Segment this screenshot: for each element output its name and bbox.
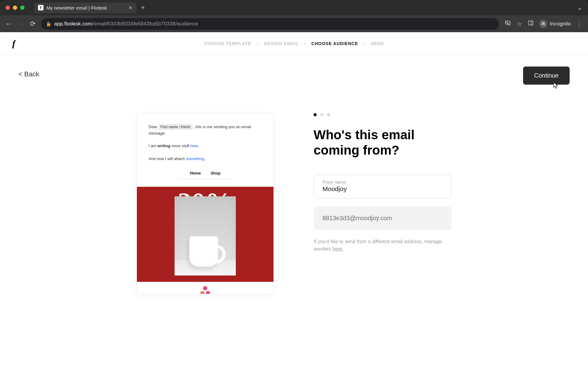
- svg-point-2: [542, 24, 543, 25]
- mug-icon: [189, 236, 218, 267]
- step-send[interactable]: SEND: [371, 41, 384, 46]
- preview-hero: 20% 30% 30%: [137, 187, 273, 282]
- preview-body: Dear First name / friend , this is me se…: [137, 113, 273, 167]
- browser-chrome: f My newsletter email | Flodesk ✕ + ⌄ ← …: [0, 0, 588, 32]
- window-controls: [6, 6, 24, 10]
- star-icon[interactable]: ☆: [517, 20, 522, 28]
- dot-3: [327, 113, 330, 116]
- svg-rect-0: [529, 21, 533, 25]
- preview-text: And now I will attach: [149, 156, 186, 161]
- page-body: < Back Continue Dear First name / friend…: [0, 55, 588, 294]
- sender-form: Who's this email coming from? From name …: [314, 113, 451, 294]
- preview-text-bold: writing: [157, 144, 171, 148]
- preview-nav-shop: Shop: [211, 171, 221, 175]
- email-preview: Dear First name / friend , this is me se…: [137, 113, 274, 294]
- step-design-email[interactable]: DESIGN EMAIL: [264, 41, 299, 46]
- tabs-dropdown-icon[interactable]: ⌄: [577, 4, 582, 12]
- eye-off-icon[interactable]: [504, 20, 511, 28]
- app: f CHOOSE TEMPLATE › DESIGN EMAIL › CHOOS…: [0, 32, 588, 368]
- sender-hint: If you'd like to send from a different e…: [314, 238, 451, 253]
- lock-icon: 🔒: [46, 21, 51, 26]
- flodesk-logo[interactable]: f: [12, 38, 15, 49]
- dot-2: [320, 113, 323, 116]
- new-tab-button[interactable]: +: [141, 4, 145, 12]
- url-path: /email/6343b9334fe5843ba5b70338/audience: [92, 21, 198, 27]
- from-name-field[interactable]: From name: [314, 175, 451, 198]
- incognito-badge[interactable]: Incognito: [539, 20, 571, 28]
- manage-senders-link[interactable]: here.: [332, 246, 343, 251]
- minimize-window-icon[interactable]: [13, 6, 17, 10]
- side-panel-icon[interactable]: [528, 20, 534, 28]
- kebab-menu-icon[interactable]: ⋮: [576, 20, 582, 28]
- step-choose-audience[interactable]: CHOOSE AUDIENCE: [311, 41, 358, 46]
- app-header: f CHOOSE TEMPLATE › DESIGN EMAIL › CHOOS…: [0, 32, 588, 55]
- preview-link: something: [186, 156, 204, 161]
- back-link[interactable]: < Back: [18, 70, 39, 78]
- divider: [178, 179, 233, 179]
- url-host: app.flodesk.com: [54, 21, 92, 27]
- preview-footer-logo: [137, 282, 273, 294]
- cursor-icon: [553, 82, 559, 90]
- favicon-icon: f: [38, 5, 43, 10]
- incognito-icon: [539, 20, 547, 28]
- incognito-label: Incognito: [550, 21, 571, 27]
- preview-text: I am: [149, 144, 157, 148]
- chevron-right-icon: ›: [304, 41, 306, 46]
- tab-title: My newsletter email | Flodesk: [47, 5, 107, 10]
- merge-token: First name / friend: [158, 124, 192, 130]
- continue-button[interactable]: Continue: [523, 67, 570, 85]
- address-bar-row: ← → ⟳ 🔒 app.flodesk.com/email/6343b9334f…: [0, 15, 588, 32]
- from-email-value: 8813e3d3@moodjoy.com: [322, 215, 443, 222]
- svg-point-3: [544, 24, 545, 25]
- close-tab-icon[interactable]: ✕: [128, 5, 132, 11]
- maximize-window-icon[interactable]: [20, 6, 24, 10]
- url-input[interactable]: 🔒 app.flodesk.com/email/6343b9334fe5843b…: [41, 18, 499, 30]
- from-email-field: 8813e3d3@moodjoy.com: [314, 206, 451, 230]
- back-icon[interactable]: ←: [6, 20, 12, 28]
- wizard-steps: CHOOSE TEMPLATE › DESIGN EMAIL › CHOOSE …: [204, 41, 384, 46]
- preview-text: Dear: [149, 125, 158, 129]
- page-title: Who's this email coming from?: [314, 127, 451, 158]
- forward-icon[interactable]: →: [18, 20, 24, 28]
- close-window-icon[interactable]: [6, 6, 10, 10]
- preview-image: [175, 196, 236, 275]
- reload-icon[interactable]: ⟳: [30, 20, 36, 28]
- chevron-right-icon: ›: [257, 41, 258, 46]
- preview-nav-home: Home: [190, 171, 201, 175]
- progress-dots: [314, 113, 451, 116]
- step-choose-template[interactable]: CHOOSE TEMPLATE: [204, 41, 251, 46]
- from-name-label: From name: [322, 179, 443, 185]
- browser-tab[interactable]: f My newsletter email | Flodesk ✕: [34, 2, 137, 13]
- tab-bar: f My newsletter email | Flodesk ✕ + ⌄: [0, 0, 588, 15]
- dot-1: [314, 113, 317, 116]
- preview-link: here: [190, 144, 198, 148]
- preview-text: more stuff: [171, 144, 190, 148]
- from-name-input[interactable]: [322, 185, 443, 193]
- preview-nav: Home Shop: [137, 167, 273, 179]
- chevron-right-icon: ›: [364, 41, 365, 46]
